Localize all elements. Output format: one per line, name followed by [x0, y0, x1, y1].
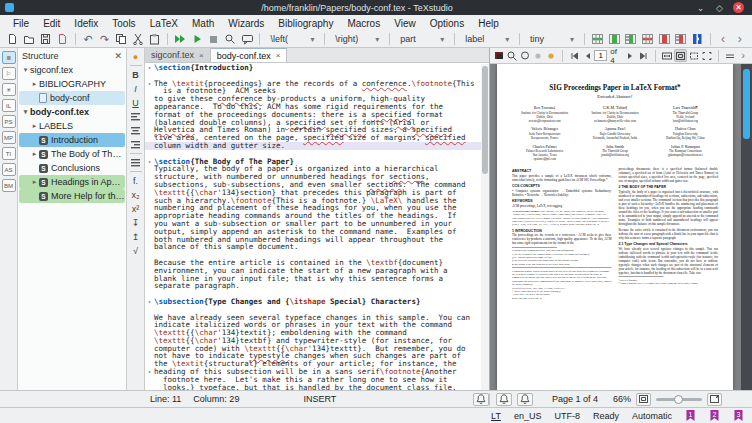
fold-gutter[interactable] [145, 236, 154, 244]
symbols-as-panel-icon[interactable]: AS [2, 163, 16, 176]
close-panel-icon[interactable]: ✕ [114, 51, 122, 61]
menu-wizards[interactable]: Wizards [221, 17, 271, 30]
undo-icon[interactable]: ↶ [81, 32, 96, 47]
math-root-icon[interactable]: √ [128, 244, 143, 257]
stop-compile-icon[interactable] [206, 32, 221, 47]
bookmarks-panel-icon[interactable]: ⚐ [2, 67, 16, 80]
fold-gutter[interactable] [145, 337, 154, 345]
structure-item-body-conf-tex[interactable]: ▾body-conf.tex [19, 105, 125, 119]
left-bracket-dropdown[interactable]: \left(▾ [266, 32, 318, 46]
bookmark-3-icon[interactable]: 3 [733, 409, 744, 422]
pdf-zoom-slider[interactable] [656, 398, 702, 401]
fold-gutter[interactable] [145, 228, 154, 236]
cut-icon[interactable] [131, 32, 146, 47]
fold-gutter[interactable] [145, 165, 154, 173]
fontsize-dropdown[interactable]: tiny▾ [526, 32, 578, 46]
menu-view[interactable]: View [387, 17, 423, 30]
sectioning-dropdown[interactable]: part▾ [396, 32, 448, 46]
code-line[interactable]: ▾\subsection{Type Changes and {\itshape … [145, 298, 489, 306]
fold-gutter[interactable] [145, 212, 154, 220]
remove-table-row-icon[interactable] [640, 32, 655, 47]
pdf-more-icon[interactable]: › [737, 49, 749, 62]
symbols-ti-panel-icon[interactable]: TI [2, 147, 16, 160]
expander-icon[interactable]: ▾ [21, 66, 30, 74]
fold-gutter[interactable] [145, 173, 154, 181]
original-size-icon[interactable] [688, 49, 700, 62]
cut-table-column-icon[interactable] [673, 32, 688, 47]
pin-icon[interactable]: ● [128, 50, 143, 63]
structure-item-sigconf-tex[interactable]: ▾sigconf.tex [19, 63, 125, 77]
fold-gutter[interactable] [145, 345, 154, 353]
structure-item-headings-in-appendices[interactable]: ▸SHeadings in Appendices [19, 175, 125, 189]
bold-icon[interactable]: B [128, 68, 143, 81]
paste-table-column-icon[interactable] [623, 32, 638, 47]
pdf-scrollbar[interactable] [741, 64, 752, 390]
align-table-columns-icon[interactable] [690, 32, 705, 47]
fold-gutter[interactable] [145, 267, 154, 275]
fit-window-icon[interactable] [701, 49, 713, 62]
code-editor[interactable]: ▾\section{Introduction} ▾The \textit{pro… [145, 63, 489, 390]
fold-gutter[interactable] [145, 251, 154, 259]
menu-math[interactable]: Math [185, 17, 221, 30]
editor-scrollbar-thumb[interactable] [482, 66, 488, 174]
editor-scrollbar[interactable] [481, 64, 489, 390]
menu-tools[interactable]: Tools [105, 17, 142, 30]
fold-gutter[interactable] [145, 275, 154, 283]
expander-icon[interactable]: ▾ [21, 108, 30, 116]
pdf-expand-button[interactable] [707, 393, 722, 406]
editor-notification-bell-icon[interactable] [473, 393, 489, 406]
status-automatic[interactable]: Automatic [632, 411, 672, 421]
menu-edit[interactable]: Edit [36, 17, 67, 30]
align-center-icon[interactable] [128, 124, 143, 137]
fold-gutter[interactable] [145, 103, 154, 111]
code-line[interactable]: separate paragraph. [145, 282, 489, 290]
fold-gutter[interactable] [145, 181, 154, 189]
fold-gutter[interactable] [145, 72, 154, 80]
pdf-magnifier-icon[interactable] [506, 49, 518, 62]
align-right-icon[interactable] [128, 138, 143, 151]
toggle-windowed-viewer-icon[interactable] [493, 49, 505, 62]
fold-gutter[interactable] [145, 134, 154, 142]
math-overset-icon[interactable]: ↥ [128, 230, 143, 243]
forward-jump-icon[interactable] [545, 49, 557, 62]
fold-gutter[interactable] [145, 329, 154, 337]
menu-file[interactable]: File [6, 17, 36, 30]
label-dropdown[interactable]: label▾ [461, 32, 513, 46]
expander-icon[interactable]: ▸ [30, 122, 39, 130]
math-function-icon[interactable]: f. [128, 174, 143, 187]
pdf-scroll-tool-icon[interactable] [519, 49, 531, 62]
math-superscript-icon[interactable]: x² [128, 202, 143, 215]
menu-help[interactable]: Help [471, 17, 506, 30]
tab-body-conf-tex[interactable]: body-conf.tex× [211, 48, 288, 62]
fold-gutter[interactable] [145, 314, 154, 322]
menu-bibliography[interactable]: Bibliography [271, 17, 340, 30]
fold-marker-icon[interactable]: ▾ [145, 298, 154, 306]
fold-gutter[interactable] [145, 352, 154, 360]
compile-icon[interactable] [190, 32, 205, 47]
pdf-bell-icon-1[interactable] [496, 393, 512, 406]
pdf-bell-icon-2[interactable] [517, 393, 533, 406]
minimize-button-icon[interactable]: ⌄ [695, 2, 706, 13]
redo-icon[interactable]: ↷ [97, 32, 112, 47]
bookmark-2-icon[interactable]: 2 [709, 409, 720, 422]
expander-icon[interactable]: ▸ [30, 150, 39, 158]
code-line[interactable]: column width and gutter size. [145, 142, 489, 150]
fold-gutter[interactable] [145, 360, 154, 368]
symbols-mp-panel-icon[interactable]: MP [2, 131, 16, 144]
expander-icon[interactable]: ▸ [30, 80, 39, 88]
previous-page-icon[interactable] [581, 49, 593, 62]
remove-table-column-icon[interactable] [657, 32, 672, 47]
save-icon[interactable] [38, 32, 53, 47]
symbols-ps-panel-icon[interactable]: PS [2, 115, 16, 128]
symbols-misc-panel-icon[interactable]: ✳ [2, 83, 16, 96]
menu-idefix[interactable]: Idefix [67, 17, 105, 30]
align-left-icon[interactable] [128, 110, 143, 123]
maximize-button-icon[interactable]: ◇ [714, 2, 725, 13]
fold-gutter[interactable] [145, 282, 154, 290]
tab-close-icon[interactable]: × [199, 51, 204, 60]
menu-macros[interactable]: Macros [340, 17, 387, 30]
symbols-bm-panel-icon[interactable]: BM [2, 179, 16, 192]
structure-item-labels[interactable]: ▸LABELS [19, 119, 125, 133]
fold-gutter[interactable] [145, 189, 154, 197]
go-back-icon[interactable]: ‹ [716, 32, 731, 47]
